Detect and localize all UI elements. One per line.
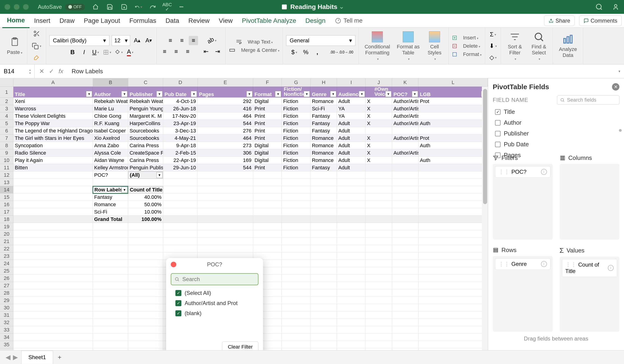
cell[interactable]	[365, 267, 392, 275]
cell[interactable]	[198, 245, 253, 252]
cell[interactable]	[392, 312, 419, 319]
cell[interactable]	[198, 194, 253, 201]
cell[interactable]	[310, 223, 337, 230]
fill-icon[interactable]: ⬇	[488, 42, 497, 51]
cell[interactable]: Adult	[337, 127, 365, 135]
cell[interactable]	[13, 216, 93, 223]
cell[interactable]	[337, 208, 365, 216]
clear-icon[interactable]: ◇	[488, 53, 497, 62]
row-header[interactable]: 28	[0, 289, 13, 297]
row-header[interactable]: 8	[0, 142, 13, 149]
cell[interactable]	[128, 260, 163, 267]
autosave-toggle[interactable]: AutoSave OFF	[38, 4, 85, 10]
column-header-cell[interactable]: Publisher▼	[128, 87, 163, 98]
cell[interactable]: Digital	[253, 98, 282, 105]
cell[interactable]: 2-Feb-15	[163, 149, 198, 157]
cell[interactable]	[13, 260, 93, 267]
row-header[interactable]: 18	[0, 216, 13, 223]
cell[interactable]	[128, 348, 163, 350]
save-as-icon[interactable]	[120, 3, 128, 11]
cell[interactable]	[253, 186, 282, 194]
col-header[interactable]: E	[198, 78, 253, 87]
cell[interactable]	[163, 208, 198, 216]
row-header[interactable]: 9	[0, 149, 13, 157]
cell[interactable]	[13, 194, 93, 201]
cell[interactable]: POC?	[93, 171, 128, 179]
cell[interactable]	[419, 304, 488, 312]
cell[interactable]	[163, 216, 198, 223]
cell[interactable]: Chloe Gong	[93, 113, 128, 120]
cell[interactable]	[337, 289, 365, 297]
bold-button[interactable]: B	[68, 48, 77, 57]
cell[interactable]	[310, 194, 337, 201]
decrease-indent-icon[interactable]: ⇤	[202, 47, 211, 56]
column-header-cell[interactable]: Audience▼	[337, 87, 365, 98]
cell[interactable]	[163, 230, 198, 238]
row-header[interactable]: 25	[0, 267, 13, 275]
cell[interactable]: Fiction	[282, 113, 310, 120]
cell[interactable]: X	[365, 157, 392, 164]
cell[interactable]	[282, 282, 310, 289]
col-header[interactable]: I	[337, 78, 365, 87]
field-item[interactable]: Title	[493, 108, 619, 115]
align-bottom-icon[interactable]: ≡	[189, 36, 198, 45]
vertical-scrollbar[interactable]	[482, 87, 488, 350]
cell[interactable]	[419, 341, 488, 348]
cell[interactable]	[365, 223, 392, 230]
cell[interactable]	[365, 179, 392, 186]
fill-color-button[interactable]	[114, 48, 123, 57]
cell[interactable]	[198, 171, 253, 179]
cell[interactable]	[365, 289, 392, 297]
col-header[interactable]: B	[93, 78, 128, 87]
cell[interactable]: X	[365, 105, 392, 113]
cell[interactable]	[310, 334, 337, 341]
wrap-text-button[interactable]: Wrap Text	[236, 39, 273, 45]
cell[interactable]	[282, 289, 310, 297]
cell[interactable]	[337, 194, 365, 201]
cell[interactable]	[198, 208, 253, 216]
cell[interactable]	[310, 171, 337, 179]
cell[interactable]	[282, 348, 310, 350]
cell[interactable]	[392, 282, 419, 289]
cell[interactable]	[392, 297, 419, 304]
cell[interactable]	[128, 245, 163, 252]
cell[interactable]	[310, 245, 337, 252]
cell[interactable]	[392, 267, 419, 275]
cell[interactable]	[365, 319, 392, 326]
cell[interactable]	[392, 164, 419, 171]
cell[interactable]	[365, 238, 392, 245]
cell[interactable]	[13, 297, 93, 304]
cell[interactable]	[93, 282, 128, 289]
cell[interactable]	[337, 304, 365, 312]
row-header[interactable]: 1	[0, 87, 13, 98]
cell[interactable]: Print	[253, 120, 282, 127]
cell[interactable]	[419, 164, 488, 171]
cancel-formula-icon[interactable]: ✕	[39, 68, 44, 75]
increase-font-icon[interactable]: A▴	[132, 36, 142, 45]
column-header-cell[interactable]: Genre▼	[310, 87, 337, 98]
cell[interactable]: Auth	[419, 157, 488, 164]
column-header-cell[interactable]: Pub Date▼	[163, 87, 198, 98]
cell[interactable]	[93, 238, 128, 245]
cell[interactable]	[419, 105, 488, 113]
cell[interactable]	[419, 171, 488, 179]
cell[interactable]	[365, 208, 392, 216]
cell[interactable]: Count of Title	[128, 186, 163, 194]
cell[interactable]	[198, 238, 253, 245]
cell[interactable]	[392, 245, 419, 252]
cell[interactable]: Rebekah Weatherspoon	[93, 98, 128, 105]
cell[interactable]	[13, 312, 93, 319]
cell[interactable]: Play it Again	[13, 157, 93, 164]
expand-formula-icon[interactable]: ▾	[615, 69, 624, 73]
cell[interactable]	[337, 260, 365, 267]
cell[interactable]	[419, 282, 488, 289]
field-item[interactable]: Publisher	[493, 130, 619, 137]
cell[interactable]	[198, 230, 253, 238]
cell[interactable]	[13, 319, 93, 326]
cell[interactable]	[337, 341, 365, 348]
cell[interactable]: Aidan Wayne	[93, 157, 128, 164]
cell[interactable]	[310, 179, 337, 186]
cell[interactable]	[310, 319, 337, 326]
cell[interactable]	[282, 334, 310, 341]
cell[interactable]: Adult	[337, 149, 365, 157]
